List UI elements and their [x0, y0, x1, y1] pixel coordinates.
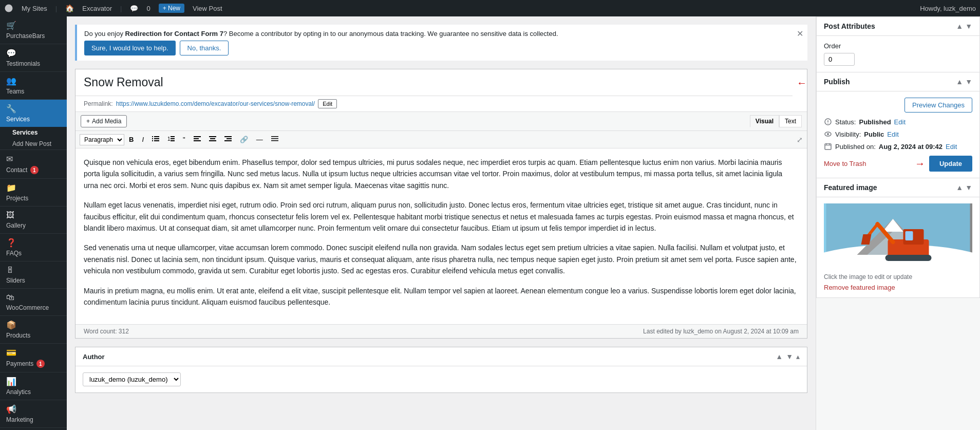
site-name-link[interactable]: Excavator	[82, 5, 112, 12]
editor-content[interactable]: Quisque non vehicula eros, eget bibendum…	[76, 148, 807, 324]
view-post-link[interactable]: View Post	[193, 5, 222, 12]
sidebar-item-appearance[interactable]: 🎨 Appearance	[0, 428, 67, 430]
comments-link[interactable]: 0	[146, 5, 150, 12]
numbered-list-button[interactable]: 1.	[164, 133, 178, 146]
sidebar-item-testimonials[interactable]: 💬 Testimonials	[0, 44, 67, 71]
notice-decline-button[interactable]: No, thanks.	[180, 41, 229, 55]
author-meta-box: Author ▲ ▼ ▴ luzuk_demo (luzuk_demo)	[75, 347, 807, 393]
post-attributes-controls: ▲ ▼	[956, 22, 972, 30]
svg-rect-3	[152, 138, 153, 139]
publish-actions: Move to Trash → Update	[824, 156, 972, 172]
featured-img-up-button[interactable]: ▲	[956, 183, 963, 192]
tab-visual[interactable]: Visual	[750, 115, 779, 127]
featured-image-content: Click the image to edit or update Remove…	[817, 197, 979, 297]
notice-dismiss-button[interactable]: ✕	[797, 29, 803, 39]
sidebar-item-teams[interactable]: 👥 Teams	[0, 72, 67, 99]
blockquote-button[interactable]: "	[179, 134, 189, 145]
remove-featured-image-link[interactable]: Remove featured image	[824, 284, 972, 291]
author-expand-button[interactable]: ▼	[786, 352, 793, 361]
publish-panel: Publish ▲ ▼ Preview Changes Status:	[816, 72, 980, 178]
order-input[interactable]	[824, 53, 855, 66]
bold-button[interactable]: B	[125, 134, 137, 145]
move-to-trash-link[interactable]: Move to Trash	[824, 160, 866, 167]
featured-image-caption: Click the image to edit or update	[824, 273, 972, 281]
italic-button[interactable]: I	[138, 134, 147, 145]
add-icon: +	[86, 118, 90, 125]
testimonials-icon: 💬	[6, 48, 16, 58]
add-media-button[interactable]: + Add Media	[81, 115, 127, 127]
sidebar-label-products: Products	[6, 332, 30, 339]
sidebar-item-projects[interactable]: 📁 Projects	[0, 179, 67, 206]
published-on-edit-link[interactable]: Edit	[946, 143, 957, 151]
author-collapse-button[interactable]: ▲	[776, 352, 783, 361]
main-layout: 🛒 PurchaseBars 💬 Testimonials 👥 Teams 🔧 …	[0, 16, 980, 430]
visibility-edit-link[interactable]: Edit	[887, 130, 898, 138]
purchasebars-icon: 🛒	[6, 21, 16, 30]
update-button[interactable]: Update	[929, 156, 972, 172]
svg-rect-21	[271, 138, 278, 139]
user-greeting: Howdy, luzk_demo	[920, 5, 976, 12]
sidebar-item-contact[interactable]: ✉ Contact 1	[0, 150, 67, 178]
status-edit-link[interactable]: Edit	[894, 118, 906, 126]
published-on-label: Published on:	[835, 143, 876, 151]
bullet-list-button[interactable]	[148, 133, 163, 146]
preview-changes-button[interactable]: Preview Changes	[904, 98, 972, 113]
paragraph-select[interactable]: Paragraph	[80, 134, 124, 145]
sidebar-item-faqs[interactable]: ❓ FAQs	[0, 234, 67, 261]
svg-rect-17	[224, 136, 232, 137]
sidebar-item-payments[interactable]: 💳 Payments 1	[0, 344, 67, 372]
payments-badge: 1	[36, 360, 45, 368]
permalink-url[interactable]: https://www.luzukdemo.com/demo/excavator…	[116, 100, 315, 107]
link-button[interactable]: 🔗	[236, 134, 252, 145]
toolbar-toggle-button[interactable]	[268, 133, 282, 146]
featured-img-down-button[interactable]: ▼	[965, 183, 972, 192]
status-bar: Word count: 312 Last edited by luzk_demo…	[76, 324, 807, 338]
sidebar-item-marketing[interactable]: 📢 Marketing	[0, 400, 67, 427]
status-value: Published	[859, 118, 891, 126]
sidebar-item-sliders[interactable]: 🎚 Sliders	[0, 261, 67, 288]
sidebar-item-analytics[interactable]: 📊 Analytics	[0, 372, 67, 400]
word-count: Word count: 312	[84, 328, 129, 335]
publish-down-button[interactable]: ▼	[965, 78, 972, 86]
featured-image-title: Featured image	[824, 183, 877, 192]
payments-icon: 💳	[6, 348, 16, 358]
wp-logo-icon	[4, 4, 13, 13]
post-attr-down-button[interactable]: ▼	[965, 22, 972, 30]
tab-text[interactable]: Text	[779, 115, 802, 127]
align-center-button[interactable]	[205, 133, 220, 146]
featured-image-header: Featured image ▲ ▼	[817, 178, 979, 197]
svg-rect-8	[171, 136, 175, 137]
new-button[interactable]: + New	[159, 4, 184, 13]
separator: |	[55, 5, 57, 12]
notice-accept-button[interactable]: Sure, I would love to help.	[84, 41, 176, 55]
author-label: Author	[83, 353, 105, 361]
sidebar-item-woocommerce[interactable]: 🛍 WooCommerce	[0, 289, 67, 315]
align-right-button[interactable]	[221, 133, 235, 146]
sidebar-item-purchasebars[interactable]: 🛒 PurchaseBars	[0, 16, 67, 44]
visibility-row: Visibility: Public Edit	[824, 130, 972, 138]
sidebar-item-products[interactable]: 📦 Products	[0, 316, 67, 343]
calendar-icon	[824, 142, 832, 151]
more-tag-button[interactable]: —	[253, 134, 267, 145]
featured-image-thumbnail[interactable]	[824, 203, 972, 270]
svg-rect-9	[171, 138, 175, 139]
post-attr-up-button[interactable]: ▲	[956, 22, 963, 30]
author-select[interactable]: luzuk_demo (luzuk_demo)	[83, 372, 181, 386]
author-move-button[interactable]: ▴	[796, 352, 800, 361]
expand-editor-button[interactable]: ⤢	[797, 136, 803, 144]
sidebar-sub-add-new[interactable]: Add New Post	[0, 138, 67, 149]
sidebar-item-gallery[interactable]: 🖼 Gallery	[0, 207, 67, 233]
sidebar-label-analytics: Analytics	[6, 388, 31, 396]
sidebar-item-services[interactable]: 🔧 Services	[0, 100, 67, 127]
gallery-icon: 🖼	[6, 211, 14, 220]
align-left-button[interactable]	[190, 133, 204, 146]
my-sites-link[interactable]: My Sites	[22, 5, 47, 12]
post-attributes-header: Post Attributes ▲ ▼	[817, 17, 979, 36]
svg-rect-11	[194, 136, 201, 137]
post-title-input[interactable]	[76, 69, 793, 96]
author-meta-box-header: Author ▲ ▼ ▴	[76, 347, 807, 366]
permalink-edit-button[interactable]: Edit	[318, 99, 337, 108]
visual-text-tabs: Visual Text	[750, 115, 802, 127]
publish-up-button[interactable]: ▲	[956, 78, 963, 86]
editor-main: Do you enjoy Redirection for Contact For…	[67, 16, 816, 430]
